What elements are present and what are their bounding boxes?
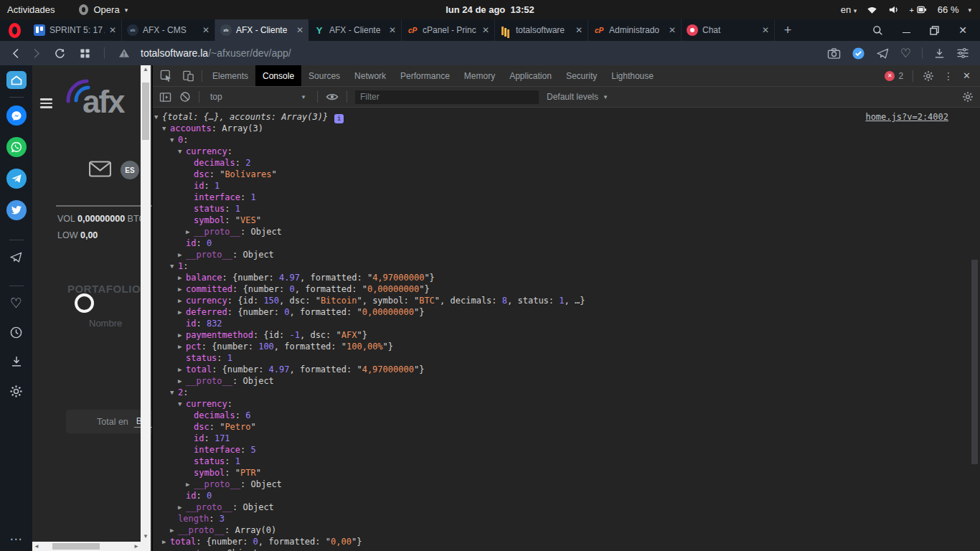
- battery-charging-icon[interactable]: +: [909, 4, 928, 15]
- bookmarks-heart-icon[interactable]: ♡: [6, 294, 27, 311]
- bookmark-heart-icon[interactable]: ♡: [900, 47, 911, 60]
- wifi-icon[interactable]: [866, 4, 878, 15]
- devtools-tab-elements[interactable]: Elements: [205, 65, 255, 86]
- tree-collapsed-icon[interactable]: ▶: [186, 226, 194, 237]
- tab-close-button[interactable]: ✕: [482, 25, 489, 35]
- devtools-tab-sources[interactable]: Sources: [301, 65, 347, 86]
- window-close-button[interactable]: ✕: [958, 24, 967, 36]
- tree-expanded-icon[interactable]: ▼: [178, 398, 186, 410]
- console-line[interactable]: ▶__proto__: Object: [153, 547, 980, 551]
- language-badge[interactable]: ES: [121, 161, 139, 179]
- frame-context-select[interactable]: top ▼: [207, 92, 309, 102]
- devtools-menu-kebab-icon[interactable]: ⋮: [943, 70, 953, 82]
- scroll-left-arrow[interactable]: ◄: [32, 543, 41, 550]
- whatsapp-icon[interactable]: [6, 137, 27, 157]
- scrollbar-thumb[interactable]: [52, 543, 100, 550]
- inspect-element-icon[interactable]: [160, 70, 172, 82]
- tree-collapsed-icon[interactable]: ▶: [178, 249, 186, 260]
- console-line[interactable]: ▶pct: {number: 100, formatted: "100,00%"…: [153, 341, 980, 352]
- tab-close-button[interactable]: ✕: [389, 25, 396, 35]
- restore-button[interactable]: [930, 26, 939, 35]
- tab-close-button[interactable]: ✕: [202, 25, 209, 35]
- console-line[interactable]: ▶committed: {number: 0, formatted: "0,00…: [153, 283, 980, 295]
- downloads-sidebar-icon[interactable]: [6, 353, 27, 370]
- speed-dial-home-button[interactable]: [6, 71, 27, 89]
- device-toolbar-icon[interactable]: [182, 70, 194, 82]
- devtools-tab-network[interactable]: Network: [347, 65, 393, 86]
- console-line[interactable]: ▼0:: [153, 134, 980, 146]
- new-tab-button[interactable]: +: [775, 19, 801, 41]
- clock[interactable]: lun 24 de ago 13:52: [446, 4, 534, 15]
- tree-collapsed-icon[interactable]: ▶: [186, 479, 194, 490]
- tree-collapsed-icon[interactable]: ▶: [178, 341, 186, 352]
- tree-expanded-icon[interactable]: ▼: [154, 111, 162, 123]
- vpn-shield-badge[interactable]: [852, 47, 865, 60]
- tree-expanded-icon[interactable]: ▼: [170, 134, 178, 146]
- tune-settings-icon[interactable]: [956, 47, 969, 59]
- browser-tab[interactable]: cPAdministrado✕: [588, 19, 682, 41]
- console-line[interactable]: ▶total: {number: 4.97, formatted: "4,970…: [153, 364, 980, 375]
- scroll-right-arrow[interactable]: ►: [132, 543, 141, 550]
- tree-collapsed-icon[interactable]: ▶: [178, 364, 186, 375]
- settings-gear-icon[interactable]: [6, 382, 27, 400]
- console-line[interactable]: ▼{total: {…}, accounts: Array(3)}ihome.j…: [153, 111, 980, 123]
- forward-button[interactable]: [33, 48, 40, 59]
- back-button[interactable]: [12, 48, 19, 59]
- snapshot-camera-icon[interactable]: [827, 47, 841, 60]
- clear-console-icon[interactable]: [179, 91, 191, 103]
- scroll-up-arrow[interactable]: ▲: [143, 65, 149, 74]
- tree-expanded-icon[interactable]: ▼: [170, 387, 178, 398]
- tree-collapsed-icon[interactable]: ▶: [178, 295, 186, 306]
- tree-expanded-icon[interactable]: ▼: [178, 146, 186, 157]
- browser-tab[interactable]: afxAFX - CMS✕: [122, 19, 215, 41]
- tab-close-button[interactable]: ✕: [296, 25, 303, 35]
- app-menu[interactable]: Opera ▾: [79, 4, 128, 15]
- telegram-icon[interactable]: [6, 169, 27, 189]
- browser-tab[interactable]: Chat✕: [682, 19, 775, 41]
- downloads-icon[interactable]: [933, 47, 946, 60]
- console-line[interactable]: ▶paymentmethod: {id: -1, dsc: "AFX"}: [153, 329, 980, 341]
- tab-close-button[interactable]: ✕: [762, 25, 769, 35]
- devtools-tab-performance[interactable]: Performance: [393, 65, 457, 86]
- console-line[interactable]: ▶deferred: {number: 0, formatted: "0,000…: [153, 306, 980, 318]
- browser-tab[interactable]: cPcPanel - Princ✕: [402, 19, 495, 41]
- error-count-badge[interactable]: ✕ 2: [885, 71, 903, 81]
- console-line[interactable]: ▶__proto__: Object: [153, 249, 980, 260]
- console-line[interactable]: ▶balance: {number: 4.97, formatted: "4,9…: [153, 272, 980, 283]
- sidebar-more-button[interactable]: ⋯: [10, 532, 23, 547]
- volume-icon[interactable]: [887, 4, 900, 15]
- activities-button[interactable]: Actividades: [7, 4, 55, 15]
- console-line[interactable]: ▼currency:: [153, 398, 980, 410]
- devtools-tab-console[interactable]: Console: [255, 65, 301, 86]
- twitter-icon[interactable]: [6, 200, 27, 220]
- tree-collapsed-icon[interactable]: ▶: [178, 272, 186, 283]
- browser-tab[interactable]: afxAFX - Cliente✕: [215, 19, 308, 41]
- keyboard-layout-indicator[interactable]: en ▾: [841, 4, 857, 15]
- log-levels-select[interactable]: Default levels ▼: [547, 92, 608, 102]
- scrollbar-thumb[interactable]: [142, 83, 149, 140]
- console-line[interactable]: ▼2:: [153, 387, 980, 398]
- console-scrollbar-thumb[interactable]: [971, 260, 978, 464]
- devtools-close-button[interactable]: ✕: [963, 70, 971, 81]
- console-sidebar-toggle-icon[interactable]: [159, 92, 171, 103]
- console-line[interactable]: ▼accounts: Array(3): [153, 123, 980, 134]
- reload-button[interactable]: [54, 47, 66, 60]
- tree-collapsed-icon[interactable]: ▶: [170, 524, 178, 536]
- mail-envelope-icon[interactable]: [89, 161, 111, 177]
- console-line[interactable]: ▼currency:: [153, 146, 980, 157]
- console-line[interactable]: ▶__proto__: Array(0): [153, 524, 980, 536]
- messenger-icon[interactable]: [6, 105, 27, 126]
- tree-collapsed-icon[interactable]: ▶: [178, 375, 186, 387]
- my-flow-icon[interactable]: [876, 47, 890, 60]
- tree-expanded-icon[interactable]: ▼: [170, 260, 178, 272]
- browser-tab[interactable]: totalsoftware✕: [495, 19, 588, 41]
- tree-collapsed-icon[interactable]: ▶: [178, 329, 186, 341]
- tab-close-button[interactable]: ✕: [575, 25, 583, 35]
- devtools-tab-memory[interactable]: Memory: [457, 65, 502, 86]
- tab-close-button[interactable]: ✕: [109, 25, 116, 35]
- hamburger-menu-icon[interactable]: [40, 98, 52, 108]
- console-line[interactable]: ▼1:: [153, 260, 980, 272]
- live-expression-eye-icon[interactable]: [326, 92, 339, 102]
- console-line[interactable]: ▶__proto__: Object: [153, 501, 980, 513]
- tree-collapsed-icon[interactable]: ▶: [162, 547, 170, 551]
